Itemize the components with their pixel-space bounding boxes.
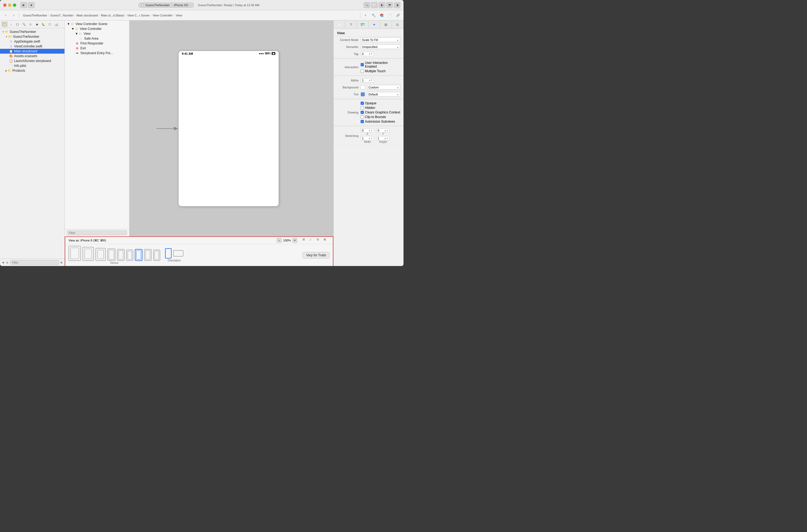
breadcrumb-item[interactable]: View [176,14,182,17]
stretch-h-input[interactable]: 1 ▲▼ [376,136,390,140]
split-view-button[interactable]: ⬜ [371,2,378,8]
zoom-in-button[interactable]: + [292,238,297,243]
forward-button[interactable]: › [10,12,17,19]
background-select[interactable]: Custom ⌄ [367,85,400,90]
debug-button[interactable]: ⬒ [386,2,393,8]
scene-item-storyboard-entry[interactable]: ➡ Storyboard Entry Poi... [65,51,129,56]
tab-quick-help[interactable]: ? [345,20,357,28]
bottom-bar-button[interactable]: ⊟ [317,238,323,243]
clears-graphics-checkbox[interactable] [361,111,364,114]
tree-item-assets[interactable]: 🎨 Assets.xcassets [0,54,65,58]
hidden-checkbox[interactable] [361,106,364,109]
close-button[interactable] [3,3,6,7]
fit-screen-button[interactable]: ⊞ [302,238,309,243]
alpha-input[interactable]: 1 ▲▼ [361,78,374,82]
nav-folder-btn[interactable]: 📁 [2,22,7,27]
tab-attributes-inspector[interactable]: ✦ [369,20,380,28]
library-button[interactable]: 📚 [378,12,385,19]
tab-connections-inspector[interactable]: ⊙ [392,20,403,28]
breadcrumb-item[interactable]: GuessT...Number [51,14,74,17]
nav-test-btn[interactable]: ◆ [34,22,40,27]
nav-vcs-btn[interactable]: ↕ [8,22,14,27]
nav-breakpoint-btn[interactable]: ⬡ [47,22,53,27]
landscape-icon[interactable] [173,250,183,256]
scene-item-firstresponder[interactable]: ⊕ First Responder [65,41,129,46]
attributes-inspector-button[interactable]: 🔧 [370,12,377,19]
add-file-button[interactable]: + [2,260,4,265]
breadcrumb-item[interactable]: Main.st...d (Base) [101,14,124,17]
scheme-selector[interactable]: 📋 GuessTheNumber › iPhone XS ⌄ [139,3,194,7]
sort-button[interactable]: ≡ [61,261,62,264]
navigator-button[interactable]: ◧ [379,2,385,8]
opaque-checkbox[interactable] [361,101,364,105]
multiple-touch-checkbox[interactable] [361,70,364,73]
file-inspector-button[interactable]: 📄 [386,12,393,19]
breadcrumb-item[interactable]: View Controller [153,14,172,17]
portrait-icon[interactable] [165,248,171,259]
minimize-button[interactable] [8,3,11,7]
user-interaction-checkbox[interactable] [361,63,364,66]
scene-item-view[interactable]: ▼ □ View [65,31,129,36]
safe-area-button[interactable]: □ [310,238,316,243]
breadcrumb-item[interactable]: View C...r Scene [127,14,149,17]
clip-bounds-checkbox[interactable] [361,115,364,119]
device-iphone-plus[interactable] [107,248,115,261]
device-ipad-small[interactable] [95,248,106,261]
device-iphone-xsmax[interactable] [144,249,151,261]
inspector-row-tag: Tag 0 ▲▼ [334,51,403,57]
tree-item-infoplist[interactable]: 📄 Info.plist [0,63,65,68]
device-iphone-se[interactable] [126,250,133,261]
tree-item-project[interactable]: ▼ 📁 GuessTheNumber [0,30,65,34]
scene-item-vc[interactable]: ▼ ⊙ View Controller [65,26,129,31]
tab-identity-inspector[interactable]: 🪪 [357,20,368,28]
semantic-select[interactable]: Unspecified ⌄ [361,44,400,49]
stretch-w-input[interactable]: 1 ▲▼ [361,136,374,140]
breadcrumb-item[interactable]: GuessTheNumber [23,14,47,17]
device-iphone-se2[interactable] [153,250,160,261]
tab-size-inspector[interactable]: ⊞ [380,20,392,28]
maximize-button[interactable] [13,3,16,7]
tree-item-group[interactable]: ▼ 📁 GuessTheNumber [0,34,65,39]
tab-file-inspector[interactable]: 📄 [334,20,345,28]
zoom-out-button[interactable]: − [277,238,281,243]
nav-search-btn[interactable]: 🔍 [21,22,27,27]
run-button[interactable]: ▶ [20,2,27,8]
nav-report-btn[interactable]: 📊 [53,22,59,27]
nav-debug-btn[interactable]: 🐛 [40,22,47,27]
nav-warning-btn[interactable]: ⚠ [27,22,34,27]
device-iphone-regular[interactable] [117,249,125,261]
constraints-button[interactable]: ⊠ [324,238,330,243]
device-ipad-large[interactable] [69,246,81,261]
main-area: 📁 ↕ { } 🔍 ⚠ ◆ 🐛 ⬡ 📊 ▼ 📁 GuessTheNumber [0,20,403,266]
file-filter-input[interactable] [10,260,59,265]
background-color-swatch[interactable] [361,85,365,90]
connections-button[interactable]: 🔗 [394,12,401,19]
scene-item-vc-scene[interactable]: ▼ ⊡ View Controller Scene [65,22,129,26]
tag-input[interactable]: 0 ▲▼ [361,52,374,56]
tree-item-viewcontroller[interactable]: S ViewController.swift [0,44,65,49]
device-ipad-medium[interactable] [82,247,94,261]
add-object-button[interactable]: ＋ [362,12,369,19]
stretch-x-input[interactable]: 0 ▲▼ [361,128,374,133]
inspector-button[interactable]: ◨ [394,2,400,8]
search-button[interactable]: 🔍 [364,2,370,8]
tree-item-appdelegate[interactable]: S AppDelegate.swift [0,39,65,44]
tree-item-products[interactable]: ▶ 📁 Products [0,68,65,73]
tint-select[interactable]: Default ⌄ [367,92,400,96]
scene-item-safearea[interactable]: □ Safe Area [65,36,129,41]
scene-item-exit[interactable]: ⊗ Exit [65,46,129,51]
tree-item-mainstoryboard[interactable]: 📋 Main.storyboard [0,49,65,54]
nav-symbol-btn[interactable]: { } [15,22,20,27]
device-iphone-xs[interactable] [135,249,142,261]
back-button[interactable]: ‹ [2,12,9,19]
scene-item-label: View Controller [80,27,102,31]
content-mode-select[interactable]: Scale To Fill ⌄ [361,37,400,42]
autoresize-checkbox[interactable] [361,120,364,123]
stretch-y-input[interactable]: 0 ▲▼ [376,128,390,133]
breadcrumb-item[interactable]: Main.storyboard [77,14,98,17]
vary-traits-button[interactable]: Vary for Traits [302,252,330,259]
scene-filter-input[interactable] [67,230,127,235]
tree-item-launchscreen[interactable]: 📋 LaunchScreen.storyboard [0,58,65,63]
tint-color-swatch[interactable] [361,92,365,96]
stop-button[interactable]: ■ [28,2,35,8]
